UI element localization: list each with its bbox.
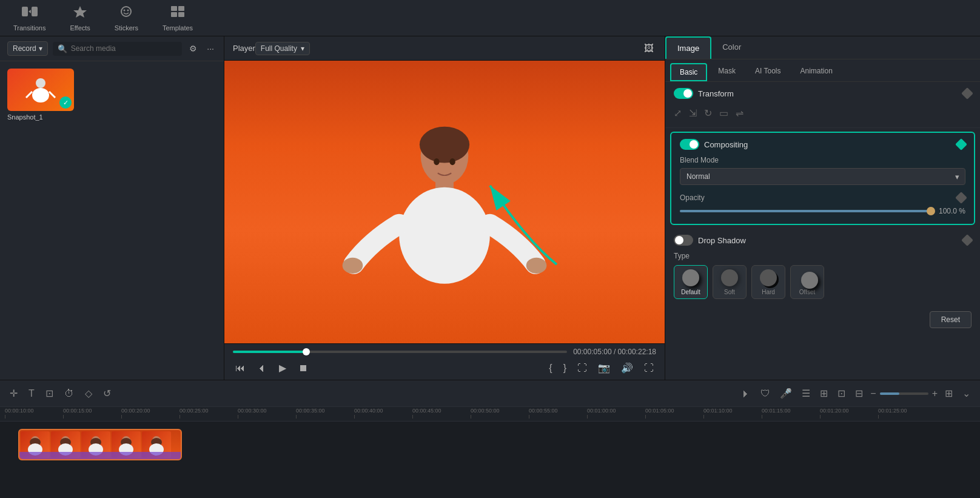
toolbar-stickers[interactable]: Stickers: [109, 1, 144, 35]
more-timeline-button[interactable]: ⌄: [960, 385, 973, 402]
play-button[interactable]: ▶: [277, 360, 289, 376]
snapshot-item-1[interactable]: ✓ Snapshot_1: [7, 69, 74, 121]
compositing-toggle[interactable]: [680, 139, 699, 150]
svg-point-20: [434, 158, 439, 165]
crop-tool-button[interactable]: ⊡: [43, 385, 56, 402]
tab-image[interactable]: Image: [665, 36, 711, 59]
scale-icon[interactable]: ⇲: [689, 107, 697, 119]
ruler-label-7: 00:00:45:00: [412, 408, 441, 414]
list-button[interactable]: ☰: [799, 385, 813, 402]
compositing-section: Compositing Blend Mode Normal Multiply S…: [670, 132, 975, 225]
drop-shadow-toggle[interactable]: [674, 235, 693, 246]
video-clip[interactable]: [18, 429, 182, 460]
ruler-label-12: 00:01:10:00: [703, 408, 733, 414]
search-input[interactable]: [71, 44, 178, 53]
subtract-button[interactable]: ⊟: [853, 385, 865, 402]
shadow-type-default[interactable]: Default: [674, 265, 708, 299]
opacity-keyframe-icon[interactable]: [955, 192, 967, 204]
grid-view-button[interactable]: ⊞: [942, 385, 955, 402]
zoom-in-button[interactable]: +: [932, 388, 938, 399]
progress-track[interactable]: [233, 351, 567, 353]
zoom-out-button[interactable]: −: [870, 388, 876, 399]
templates-icon: [170, 5, 186, 22]
ruler-tick-15: [878, 415, 879, 419]
shadow-type-soft[interactable]: Soft: [713, 265, 747, 299]
text-tool-button[interactable]: T: [26, 386, 37, 402]
shadow-type-hard[interactable]: Hard: [751, 265, 785, 299]
tab-basic[interactable]: Basic: [670, 63, 707, 81]
more-player-button[interactable]: ⛶: [642, 360, 656, 376]
svg-line-13: [49, 92, 55, 98]
svg-rect-1: [32, 7, 38, 16]
ruler-label-2: 00:00:20:00: [121, 408, 150, 414]
svg-rect-8: [171, 12, 177, 17]
ruler-tick-5: [296, 415, 297, 419]
caption-button[interactable]: ⊡: [835, 385, 848, 402]
drop-shadow-keyframe-icon[interactable]: [961, 234, 973, 246]
toolbar-transitions-label: Transitions: [13, 24, 45, 32]
blend-mode-select[interactable]: Normal Multiply Screen Overlay Darken Li…: [680, 168, 965, 185]
controls-right: { } ⛶ 📷 🔊 ⛶: [546, 360, 656, 376]
stop-button[interactable]: ⏹: [296, 360, 310, 376]
player-image-button[interactable]: 🖼: [642, 41, 656, 56]
toolbar-effects[interactable]: Effects: [64, 1, 96, 35]
transform-toggle[interactable]: [674, 88, 693, 99]
shadow-type-offset[interactable]: Offset: [790, 265, 824, 299]
zoom-slider[interactable]: [880, 392, 928, 395]
current-time: 00:00:05:00 / 00:00:22:18: [573, 348, 656, 356]
select-tool-button[interactable]: ✛: [7, 385, 20, 402]
transform-section: Transform ⤢ ⇲ ↻ ▭ ⇌: [665, 82, 980, 128]
rewind-button[interactable]: ⏮: [233, 360, 247, 376]
toolbar-templates-label: Templates: [163, 24, 193, 32]
ruler-tick-1: [63, 415, 64, 419]
ruler-label-5: 00:00:35:00: [296, 408, 325, 414]
stickers-icon: [118, 5, 134, 22]
timeline-toolbar-right: ⏵ 🛡 🎤 ☰ ⊞ ⊡ ⊟ − + ⊞ ⌄: [739, 385, 973, 402]
more-options-button[interactable]: ···: [204, 41, 216, 56]
tab-animation[interactable]: Animation: [791, 63, 841, 81]
flip-icon[interactable]: ⇌: [736, 107, 743, 119]
rotate-tool-button[interactable]: ↺: [101, 385, 113, 402]
fullscreen-button[interactable]: ⛶: [575, 360, 589, 376]
filter-button[interactable]: ⚙: [187, 41, 200, 56]
rotate-icon[interactable]: ↻: [704, 107, 712, 119]
transform-keyframe-icon[interactable]: [961, 87, 973, 99]
tab-ai-tools[interactable]: AI Tools: [747, 63, 789, 81]
quality-select[interactable]: Full Quality ▾: [255, 42, 310, 55]
ruler-mark-2: 00:00:20:00: [121, 408, 180, 419]
track-content: [18, 426, 980, 463]
mark-in-button[interactable]: {: [546, 360, 554, 376]
record-dropdown[interactable]: Record ▾: [7, 41, 48, 56]
opacity-slider[interactable]: [680, 210, 934, 212]
player-header: Player Full Quality ▾ 🖼: [224, 36, 665, 61]
play-all-button[interactable]: ⏵: [739, 386, 753, 402]
timeline-ruler: 00:00:10:00 00:00:15:00 00:00:20:00 00:0…: [0, 407, 980, 422]
step-back-button[interactable]: ⏴: [255, 360, 269, 376]
toolbar-templates[interactable]: Templates: [156, 1, 199, 35]
video-track-row: [0, 424, 980, 465]
mic-button[interactable]: 🎤: [777, 385, 794, 402]
toolbar-transitions[interactable]: Transitions: [7, 1, 52, 35]
shield-button[interactable]: 🛡: [758, 386, 773, 402]
move-icon[interactable]: ⤢: [674, 107, 682, 119]
compositing-keyframe-icon[interactable]: [955, 138, 967, 150]
shape-tool-button[interactable]: ◇: [82, 385, 95, 402]
snapshot-button[interactable]: 📷: [596, 360, 612, 376]
effects-icon: [72, 5, 88, 22]
center-panel: Player Full Quality ▾ 🖼: [224, 36, 665, 380]
quality-label: Full Quality: [261, 44, 297, 53]
zoom-controls: − +: [870, 388, 938, 399]
transform-icons-row: ⤢ ⇲ ↻ ▭ ⇌: [674, 105, 972, 121]
grid-button[interactable]: ⊞: [817, 385, 830, 402]
mark-out-button[interactable]: }: [561, 360, 569, 376]
transform-title: Transform: [698, 89, 734, 98]
crop-icon[interactable]: ▭: [719, 107, 728, 119]
tab-mask[interactable]: Mask: [710, 63, 744, 81]
tab-color[interactable]: Color: [711, 36, 752, 59]
timer-tool-button[interactable]: ⏱: [62, 386, 76, 402]
ruler-marks: 00:00:10:00 00:00:15:00 00:00:20:00 00:0…: [0, 407, 936, 419]
ruler-mark-5: 00:00:35:00: [296, 408, 354, 419]
toolbar-stickers-label: Stickers: [115, 24, 138, 32]
reset-button[interactable]: Reset: [930, 311, 972, 328]
audio-button[interactable]: 🔊: [619, 360, 636, 376]
